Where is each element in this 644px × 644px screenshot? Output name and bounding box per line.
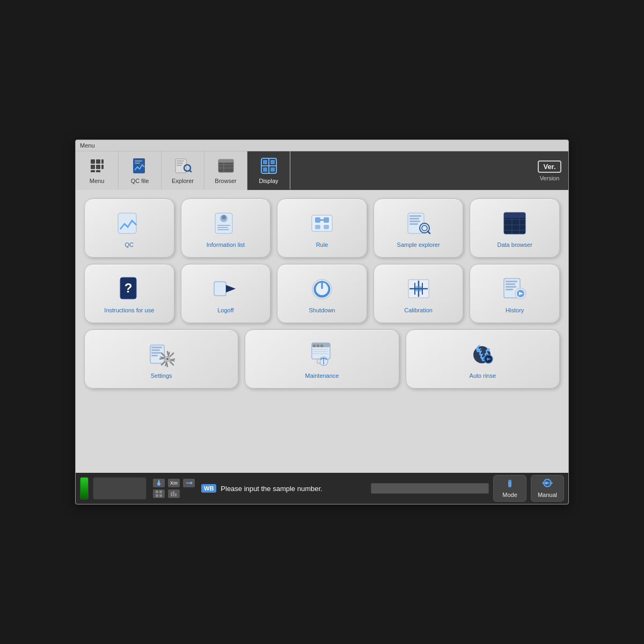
svg-rect-9 [135, 160, 142, 162]
svg-rect-26 [270, 160, 275, 164]
instructions-icon: ? [115, 275, 143, 303]
svg-rect-109 [171, 492, 172, 496]
tile-sample-explorer[interactable]: Sample explorer [374, 199, 464, 258]
version-button[interactable]: Ver. Version [531, 151, 568, 190]
tile-history[interactable]: History [470, 264, 560, 323]
svg-rect-40 [324, 225, 329, 229]
tile-qc[interactable]: QC [84, 199, 174, 258]
tile-settings[interactable]: Settings [84, 330, 238, 389]
toolbar-display[interactable]: Display [247, 151, 290, 190]
tile-maintenance[interactable]: Maintenance [245, 330, 399, 389]
display-icon [259, 156, 279, 175]
svg-line-16 [189, 170, 191, 172]
svg-text:?: ? [124, 281, 132, 295]
toolbar-explorer[interactable]: Explorer [162, 151, 204, 190]
svg-rect-82 [151, 352, 161, 354]
shutdown-label: Shutdown [309, 307, 335, 314]
tile-rule[interactable]: Rule [277, 199, 367, 258]
svg-rect-18 [218, 159, 233, 163]
tile-shutdown[interactable]: Shutdown [277, 264, 367, 323]
svg-rect-107 [156, 494, 158, 497]
manual-label: Manual [538, 492, 557, 498]
svg-rect-0 [91, 159, 95, 164]
menu-icon [87, 156, 107, 175]
svg-rect-10 [135, 163, 140, 164]
svg-point-87 [166, 358, 169, 360]
svg-rect-37 [315, 217, 320, 223]
calibration-label: Calibration [404, 307, 433, 314]
toolbar-browser-label: Browser [215, 178, 236, 184]
tile-information-list[interactable]: Information list [181, 199, 271, 258]
title-bar: Menu [76, 140, 568, 151]
svg-rect-39 [315, 225, 320, 229]
svg-marker-60 [226, 285, 236, 292]
qcfile-icon [130, 156, 150, 175]
qc-icon [115, 209, 143, 237]
main-content: QC Information list [76, 190, 568, 473]
tile-instructions-for-use[interactable]: ? Instructions for use [84, 264, 174, 323]
svg-line-49 [428, 231, 430, 233]
sample-explorer-icon [405, 209, 433, 237]
xm-icon: Xm [168, 479, 180, 487]
tile-auto-rinse[interactable]: Auto rinse [406, 330, 560, 389]
svg-rect-46 [409, 223, 418, 225]
auto-rinse-label: Auto rinse [470, 372, 496, 379]
wb-badge: WB [201, 484, 216, 493]
auto-rinse-icon [469, 340, 496, 368]
test-tube-icon [503, 479, 516, 489]
svg-rect-33 [217, 225, 230, 226]
toolbar: Menu QC file [76, 151, 568, 190]
svg-rect-108 [159, 494, 162, 497]
version-box: Ver. [538, 160, 561, 173]
svg-rect-14 [177, 165, 182, 166]
data-browser-icon [501, 209, 529, 237]
svg-rect-110 [173, 491, 174, 496]
toolbar-browser[interactable]: Browser [204, 151, 247, 190]
svg-rect-2 [101, 159, 104, 164]
app-window: Menu Menu [75, 140, 569, 504]
maintenance-label: Maintenance [305, 372, 339, 379]
browser-icon [216, 156, 236, 175]
logoff-label: Logoff [217, 307, 233, 314]
svg-rect-51 [504, 213, 525, 218]
svg-rect-43 [409, 215, 421, 217]
tile-calibration[interactable]: Calibration [374, 264, 464, 323]
toolbar-qcfile[interactable]: QC file [119, 151, 162, 190]
svg-rect-83 [151, 355, 158, 356]
status-screen [93, 477, 147, 500]
svg-marker-104 [191, 481, 193, 485]
svg-rect-12 [177, 160, 184, 162]
mode-label: Mode [502, 492, 517, 498]
toolbar-spacer [290, 151, 531, 190]
svg-rect-80 [151, 347, 162, 348]
svg-rect-105 [156, 491, 158, 493]
logoff-icon [211, 275, 239, 303]
mode-button[interactable]: Mode [493, 475, 526, 502]
status-input[interactable] [371, 483, 489, 494]
history-icon [501, 275, 529, 303]
qc-label: QC [125, 241, 134, 248]
svg-rect-38 [324, 217, 329, 223]
explorer-icon [173, 156, 193, 175]
version-label: Version [540, 175, 560, 181]
manual-button[interactable]: Manual [531, 475, 564, 502]
svg-rect-73 [506, 283, 515, 285]
manual-icon [540, 479, 555, 489]
status-text: Please input the sample number. [221, 485, 322, 493]
tile-logoff[interactable]: Logoff [181, 264, 271, 323]
svg-rect-75 [506, 289, 513, 290]
calibration-icon [405, 275, 433, 303]
svg-rect-92 [320, 345, 323, 347]
toolbar-menu[interactable]: Menu [76, 151, 119, 190]
toolbar-display-label: Display [259, 178, 278, 184]
tile-data-browser[interactable]: Data browser [470, 199, 560, 258]
menu-row-3: Settings [84, 330, 560, 389]
status-message: Please input the sample number. [221, 485, 362, 493]
title-label: Menu [80, 142, 95, 149]
svg-rect-27 [263, 167, 267, 172]
grid-status-icon [153, 489, 165, 498]
menu-row-2: ? Instructions for use Logoff [84, 264, 560, 323]
svg-rect-113 [509, 480, 511, 482]
svg-rect-1 [96, 159, 100, 164]
settings-label: Settings [151, 372, 172, 379]
